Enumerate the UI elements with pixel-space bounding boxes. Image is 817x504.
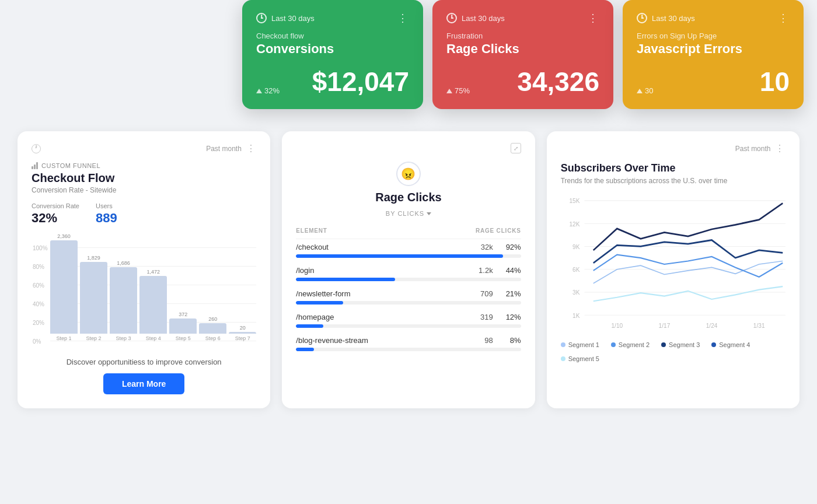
rage-row-path: /checkout xyxy=(296,243,329,251)
legend-label: Segment 1 xyxy=(568,341,599,348)
rage-row-pct: 44% xyxy=(502,266,521,275)
rage-row: /homepage 319 12% xyxy=(296,313,521,328)
metric-card-header-left: Last 30 days xyxy=(256,13,315,23)
chevron-down-icon xyxy=(427,212,431,215)
expand-icon[interactable] xyxy=(511,143,521,153)
metric-card-header-left: Last 30 days xyxy=(446,13,505,23)
rage-filter[interactable]: BY CLICKS xyxy=(296,210,521,217)
rage-filter-label: BY CLICKS xyxy=(386,210,424,217)
funnel-card-menu[interactable]: ⋮ xyxy=(246,143,257,154)
legend-dot xyxy=(561,356,565,361)
card-clock-icon xyxy=(32,144,41,153)
legend-label: Segment 4 xyxy=(719,341,750,348)
bar-item: 1,686Step 3 xyxy=(110,260,137,341)
svg-text:3K: 3K xyxy=(572,289,579,296)
bar-chart-icon xyxy=(32,162,38,169)
funnel-card: Past month ⋮ Custom Funnel Checkout Flow… xyxy=(18,131,270,408)
funnel-section-label: Custom Funnel xyxy=(32,162,256,169)
metric-change: 32% xyxy=(256,86,280,95)
metric-card-subtitle: Errors on Sign Up Page xyxy=(637,32,790,40)
bar-group: 2,360Step 11,829Step 21,686Step 31,472St… xyxy=(50,233,256,341)
bar-chart-area: 100%80%60%40%20%0% 2,360Step 11,829Step … xyxy=(32,235,256,352)
rage-row-path: /login xyxy=(296,266,314,275)
metric-change-value: 32% xyxy=(264,86,280,95)
rage-table-header: ELEMENT RAGE CLICKS xyxy=(296,228,521,239)
legend-item: Segment 4 xyxy=(711,341,750,348)
svg-text:6K: 6K xyxy=(572,266,579,273)
subscribers-title: Subscribers Over Time xyxy=(561,162,785,174)
svg-text:12K: 12K xyxy=(569,220,579,227)
funnel-conversion-rate-label: Conversion Rate xyxy=(32,202,79,209)
svg-text:1/31: 1/31 xyxy=(753,322,764,329)
legend-item: Segment 2 xyxy=(611,341,650,348)
metric-card-header: Last 30 days ⋮ xyxy=(637,12,790,24)
metric-card-title: Conversions xyxy=(256,41,409,57)
funnel-section-label-text: Custom Funnel xyxy=(41,162,100,169)
top-metric-cards: Last 30 days ⋮ Checkout flow Conversions… xyxy=(242,0,804,109)
rage-row-pct: 12% xyxy=(502,313,521,321)
svg-text:1K: 1K xyxy=(572,312,579,318)
svg-text:1/10: 1/10 xyxy=(611,322,623,329)
rage-row: /blog-revenue-stream 98 8% xyxy=(296,336,521,351)
rage-card-header xyxy=(296,143,521,153)
arrow-up-icon xyxy=(446,89,452,93)
metric-change: 30 xyxy=(637,86,653,95)
clock-icon xyxy=(256,13,267,23)
rage-row-count: 98 xyxy=(472,336,493,345)
metric-change-value: 75% xyxy=(455,86,470,95)
rage-row-path: /newsletter-form xyxy=(296,289,350,298)
rage-clicks-header: RAGE CLICKS xyxy=(476,228,521,234)
subscribers-subtitle: Trends for the subscriptions across the … xyxy=(561,177,785,185)
rage-row: /newsletter-form 709 21% xyxy=(296,289,521,304)
funnel-conversion-rate-value: 32% xyxy=(32,211,79,226)
metric-card-menu[interactable]: ⋮ xyxy=(778,12,790,24)
svg-text:1/24: 1/24 xyxy=(706,322,717,329)
bar-item: 2,360Step 1 xyxy=(50,233,78,341)
metric-card-bottom: 32% $12,047 xyxy=(256,68,409,95)
legend-label: Segment 2 xyxy=(619,341,650,348)
rage-element-header: ELEMENT xyxy=(296,228,327,234)
bar-item: 260Step 6 xyxy=(199,316,226,341)
funnel-stats: Conversion Rate 32% Users 889 xyxy=(32,202,256,226)
legend-label: Segment 3 xyxy=(669,341,700,348)
funnel-title: Checkout Flow xyxy=(32,172,256,185)
metric-card-menu[interactable]: ⋮ xyxy=(588,12,599,24)
funnel-cta-text: Discover opportunitiess to improve conve… xyxy=(32,358,256,366)
funnel-card-header: Past month ⋮ xyxy=(32,143,256,154)
bar-item: 20Step 7 xyxy=(229,325,256,341)
legend-dot xyxy=(661,342,666,347)
rage-bar-fill xyxy=(296,301,343,304)
bar-item: 1,829Step 2 xyxy=(80,255,107,341)
subscribers-card-menu[interactable]: ⋮ xyxy=(775,143,785,154)
main-cards-row: Past month ⋮ Custom Funnel Checkout Flow… xyxy=(18,131,799,408)
metric-card-subtitle: Frustration xyxy=(446,32,599,40)
rage-row-pct: 92% xyxy=(502,243,521,251)
rage-rows: /checkout 32k 92% /login 1.2k 44% /newsl… xyxy=(296,243,521,351)
metric-card-menu[interactable]: ⋮ xyxy=(397,12,409,24)
metric-period: Last 30 days xyxy=(271,14,315,23)
clock-icon xyxy=(446,13,457,23)
bar-item: 1,472Step 4 xyxy=(139,269,167,341)
rage-bar-fill xyxy=(296,278,395,281)
funnel-card-header-left xyxy=(32,144,41,153)
legend-dot xyxy=(611,342,616,347)
legend-item: Segment 1 xyxy=(561,341,599,348)
rage-bar-track xyxy=(296,254,521,258)
legend-item: Segment 3 xyxy=(661,341,700,348)
funnel-period: Past month xyxy=(206,145,242,153)
funnel-subtitle: Conversion Rate - Sitewide xyxy=(32,186,256,194)
funnel-conversion-rate-stat: Conversion Rate 32% xyxy=(32,202,79,226)
rage-bar-track xyxy=(296,301,521,304)
metric-card-header: Last 30 days ⋮ xyxy=(256,12,409,24)
svg-text:15K: 15K xyxy=(569,197,579,204)
svg-text:9K: 9K xyxy=(572,243,579,250)
funnel-users-value: 889 xyxy=(96,211,117,226)
rage-header-center: 😠 Rage Clicks xyxy=(296,162,521,204)
metric-change-value: 30 xyxy=(645,86,653,95)
rage-row-count: 709 xyxy=(472,289,493,298)
funnel-users-label: Users xyxy=(96,202,117,209)
learn-more-button[interactable]: Learn More xyxy=(103,373,184,394)
subscribers-chart: 15K 12K 9K 6K 3K 1K 1/10 1/17 1/24 1/31 xyxy=(561,194,785,334)
funnel-users-stat: Users 889 xyxy=(96,202,117,226)
legend-item: Segment 5 xyxy=(561,355,599,362)
